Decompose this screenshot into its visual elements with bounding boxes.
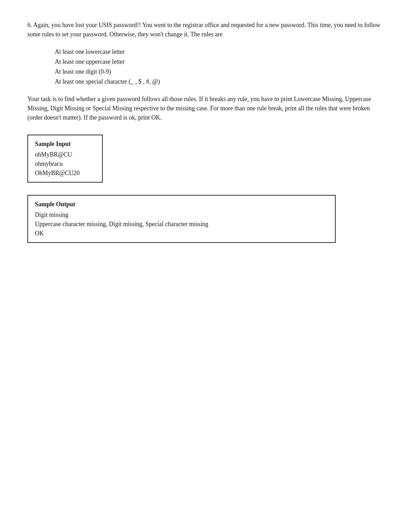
- task-paragraph: Your task is to find whether a given pas…: [27, 95, 384, 122]
- rule-1: At least one lowercase letter: [55, 47, 384, 57]
- sample-input-line-2: ohmybracu: [35, 159, 95, 169]
- rule-3: At least one digit (0-9): [55, 67, 384, 76]
- sample-output-box: Sample Output Digit missing Uppercase ch…: [27, 195, 336, 243]
- problem-statement: 6. Again, you have lost your USIS passwo…: [27, 21, 384, 243]
- rule-2: At least one uppercase letter: [55, 57, 384, 66]
- rules-list: At least one lowercase letter At least o…: [55, 47, 384, 86]
- sample-output-line-1: Digit missing: [35, 210, 328, 220]
- sample-input-label: Sample Input: [35, 139, 95, 149]
- sample-input-line-1: ohMyBR@CU: [35, 150, 95, 159]
- sample-input-line-3: OhMyBR@CU20: [35, 169, 95, 178]
- intro-text: Again, you have lost your USIS password!…: [27, 22, 380, 38]
- sample-input-content: ohMyBR@CU ohmybracu OhMyBR@CU20: [35, 150, 95, 178]
- sample-input-box: Sample Input ohMyBR@CU ohmybracu OhMyBR@…: [27, 135, 103, 183]
- rule-4: At least one special character (_ , $ , …: [55, 77, 384, 86]
- sample-output-line-3: OK: [35, 229, 328, 238]
- sample-output-section: Sample Output Digit missing Uppercase ch…: [27, 195, 384, 243]
- sample-output-content: Digit missing Uppercase character missin…: [35, 210, 328, 238]
- intro-paragraph: 6. Again, you have lost your USIS passwo…: [27, 21, 384, 39]
- sample-input-section: Sample Input ohMyBR@CU ohmybracu OhMyBR@…: [27, 135, 384, 183]
- sample-output-line-2: Uppercase character missing, Digit missi…: [35, 220, 328, 229]
- problem-number: 6.: [27, 22, 32, 28]
- sample-output-label: Sample Output: [35, 200, 328, 209]
